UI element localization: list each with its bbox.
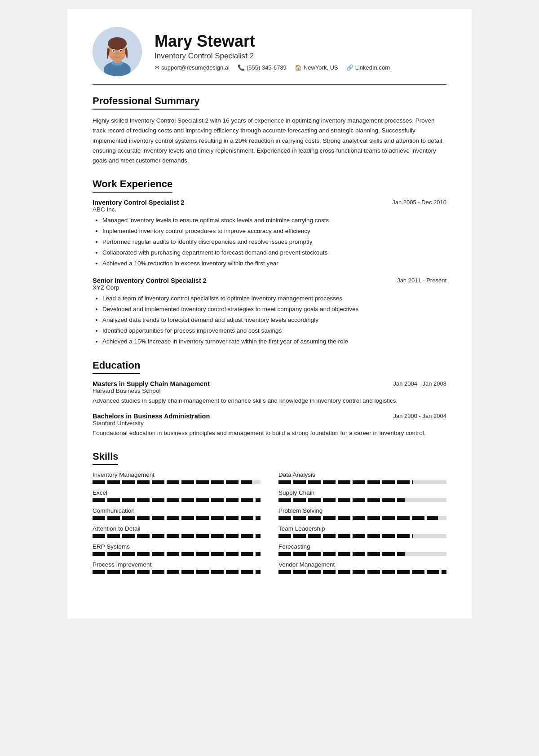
skills-title: Skills	[93, 451, 118, 465]
skill-name: Attention to Detail	[93, 525, 261, 532]
skill-name: Communication	[93, 507, 261, 514]
skill-bar-background	[278, 570, 446, 574]
skill-item: ERP Systems	[93, 543, 261, 556]
job-item: Inventory Control Specialist 2 Jan 2005 …	[93, 199, 446, 269]
skill-bar-fill	[93, 516, 261, 520]
contact-icon: 🏠	[295, 64, 302, 71]
skill-bar-background	[93, 498, 261, 502]
contact-item: 📞(555) 345-6789	[238, 64, 287, 71]
edu-school: Harvard Business School	[93, 387, 446, 394]
contact-item: 🏠NewYork, US	[295, 64, 338, 71]
skill-bar-fill	[93, 534, 261, 538]
header-divider	[93, 84, 446, 85]
education-list: Masters in Supply Chain Management Jan 2…	[93, 380, 446, 438]
edu-header: Bachelors in Business Administration Jan…	[93, 413, 446, 420]
skill-bar-background	[278, 552, 446, 556]
experience-title: Work Experience	[93, 178, 172, 193]
skill-name: Data Analysis	[278, 471, 446, 478]
skill-bar-background	[278, 480, 446, 484]
skill-name: ERP Systems	[93, 543, 261, 550]
contact-icon: 📞	[238, 64, 245, 71]
skill-bar-background	[278, 534, 446, 538]
header-info: Mary Stewart Inventory Control Specialis…	[155, 32, 390, 71]
candidate-name: Mary Stewart	[155, 32, 390, 50]
edu-school: Stanford University	[93, 420, 446, 426]
contact-text: (555) 345-6789	[247, 64, 287, 71]
skill-bar-fill	[278, 534, 413, 538]
job-title: Senior Inventory Control Specialist 2	[93, 277, 207, 284]
skill-bar-background	[93, 534, 261, 538]
skill-bar-background	[93, 570, 261, 574]
skill-bar-background	[93, 480, 261, 484]
skill-bar-fill	[93, 480, 252, 484]
skill-bar-fill	[93, 498, 261, 502]
skill-name: Problem Solving	[278, 507, 446, 514]
edu-desc: Foundational education in business princ…	[93, 428, 446, 438]
contact-list: ✉support@resumedesign.ai📞(555) 345-6789🏠…	[155, 64, 390, 71]
skill-bar-background	[278, 516, 446, 520]
skill-item: Forecasting	[278, 543, 446, 556]
skill-name: Forecasting	[278, 543, 446, 550]
contact-icon: 🔗	[346, 64, 353, 71]
resume-document: Mary Stewart Inventory Control Specialis…	[67, 9, 472, 619]
svg-point-8	[120, 50, 122, 52]
skill-name: Vendor Management	[278, 561, 446, 568]
bullet-item: Analyzed data trends to forecast demand …	[102, 315, 446, 325]
contact-item: ✉support@resumedesign.ai	[155, 64, 230, 71]
edu-degree: Bachelors in Business Administration	[93, 413, 210, 420]
experience-section: Work Experience Inventory Control Specia…	[93, 178, 446, 347]
bullet-item: Lead a team of inventory control special…	[102, 294, 446, 304]
bullet-item: Achieved a 15% increase in inventory tur…	[102, 337, 446, 347]
edu-desc: Advanced studies in supply chain managem…	[93, 396, 446, 406]
summary-section: Professional Summary Highly skilled Inve…	[93, 95, 446, 166]
candidate-title: Inventory Control Specialist 2	[155, 52, 390, 61]
skill-bar-fill	[278, 570, 446, 574]
skill-bar-fill	[93, 552, 261, 556]
job-bullets: Managed inventory levels to ensure optim…	[93, 215, 446, 269]
contact-text: NewYork, US	[304, 64, 338, 71]
skill-name: Excel	[93, 489, 261, 496]
skills-section: Skills Inventory Management Data Analysi…	[93, 451, 446, 579]
job-date: Jan 2011 - Present	[397, 277, 446, 284]
skill-bar-background	[93, 552, 261, 556]
skill-item: Supply Chain	[278, 489, 446, 502]
skill-bar-fill	[278, 552, 405, 556]
bullet-item: Managed inventory levels to ensure optim…	[102, 215, 446, 226]
skill-item: Vendor Management	[278, 561, 446, 574]
skill-name: Process Improvement	[93, 561, 261, 568]
edu-date: Jan 2000 - Jan 2004	[393, 413, 446, 419]
bullet-item: Implemented inventory control procedures…	[102, 226, 446, 237]
skill-item: Communication	[93, 507, 261, 520]
skill-item: Team Leadership	[278, 525, 446, 538]
skill-item: Attention to Detail	[93, 525, 261, 538]
skill-bar-fill	[93, 570, 261, 574]
job-bullets: Lead a team of inventory control special…	[93, 294, 446, 347]
svg-point-10	[121, 53, 125, 56]
skill-item: Inventory Management	[93, 471, 261, 484]
job-header: Inventory Control Specialist 2 Jan 2005 …	[93, 199, 446, 206]
summary-title: Professional Summary	[93, 95, 199, 110]
education-title: Education	[93, 360, 140, 374]
contact-icon: ✉	[155, 64, 159, 71]
skill-name: Inventory Management	[93, 471, 261, 478]
contact-text: support@resumedesign.ai	[161, 64, 230, 71]
skills-grid: Inventory Management Data Analysis Excel…	[93, 471, 446, 579]
skill-item: Process Improvement	[93, 561, 261, 574]
skill-item: Excel	[93, 489, 261, 502]
avatar	[93, 27, 142, 76]
skill-name: Supply Chain	[278, 489, 446, 496]
bullet-item: Performed regular audits to identify dis…	[102, 237, 446, 247]
job-item: Senior Inventory Control Specialist 2 Ja…	[93, 277, 446, 347]
job-company: ABC Inc.	[93, 206, 446, 213]
contact-item: 🔗LinkedIn.com	[346, 64, 390, 71]
skill-bar-background	[278, 498, 446, 502]
edu-degree: Masters in Supply Chain Management	[93, 380, 210, 387]
job-date: Jan 2005 - Dec 2010	[392, 199, 446, 206]
svg-point-9	[109, 53, 114, 56]
job-header: Senior Inventory Control Specialist 2 Ja…	[93, 277, 446, 284]
skill-bar-fill	[278, 516, 438, 520]
education-item: Bachelors in Business Administration Jan…	[93, 413, 446, 438]
svg-point-7	[113, 50, 115, 52]
education-section: Education Masters in Supply Chain Manage…	[93, 360, 446, 438]
skill-item: Problem Solving	[278, 507, 446, 520]
